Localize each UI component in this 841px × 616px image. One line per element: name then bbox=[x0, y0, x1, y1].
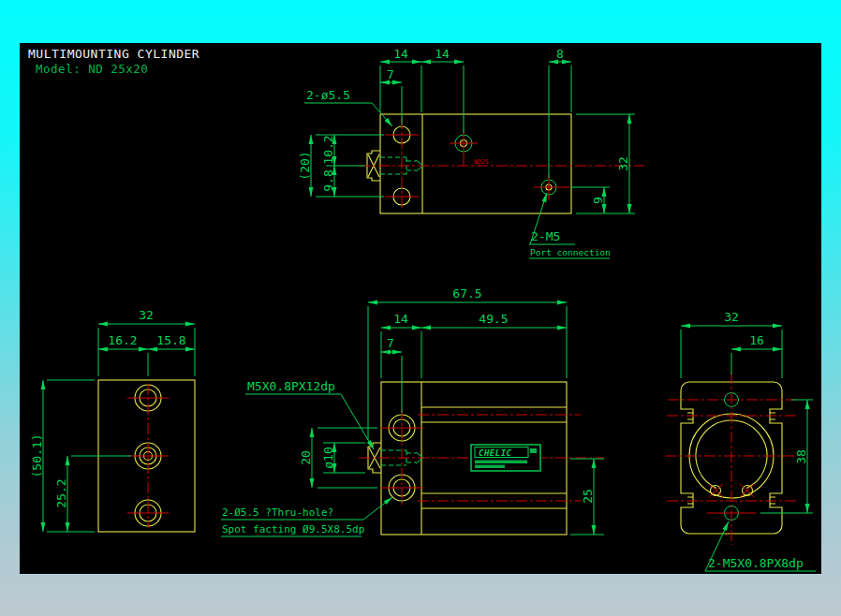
dim-front-20: 20 bbox=[299, 450, 313, 465]
nameplate-brand: CHELIC bbox=[479, 448, 512, 458]
dim-top-9: 9 bbox=[591, 197, 605, 204]
dim-front-14: 14 bbox=[393, 312, 408, 326]
dim-front-7: 7 bbox=[387, 336, 394, 350]
dim-front-49-5: 49.5 bbox=[479, 312, 508, 326]
dim-top-10-2: 10.2 bbox=[321, 135, 335, 164]
nameplate-text-row bbox=[475, 461, 527, 464]
dim-right-16: 16 bbox=[749, 333, 764, 347]
dim-top-7: 7 bbox=[387, 67, 394, 81]
label-port-sub: Port connection bbox=[530, 247, 611, 257]
label-mounting-holes: 2-ø5.5 bbox=[306, 88, 350, 102]
dim-front-25: 25 bbox=[581, 489, 595, 504]
nameplate: CHELIC bbox=[471, 445, 540, 471]
label-thru-hole: 2-Ø5.5 ?Thru-hole? bbox=[222, 506, 333, 519]
dim-right-38: 38 bbox=[794, 449, 808, 464]
dim-top-9-8: 9.8 bbox=[321, 169, 335, 191]
axis-model-note: ND25 bbox=[474, 158, 489, 166]
dim-front-dia10: ø10 bbox=[321, 447, 335, 468]
dim-top-8: 8 bbox=[556, 47, 564, 61]
dim-front-67-5: 67.5 bbox=[452, 286, 481, 301]
dim-left-32: 32 bbox=[139, 308, 154, 322]
drawing-model: Model: ND 25x20 bbox=[36, 62, 148, 76]
label-thread-spec: M5X0.8PX12dp bbox=[247, 379, 335, 393]
dim-top-20-ref: (20) bbox=[298, 151, 312, 180]
dim-left-15-8: 15.8 bbox=[156, 333, 185, 347]
nameplate-text-row bbox=[475, 465, 505, 469]
label-tap-spec: 2-M5X0.8PX8dp bbox=[708, 556, 804, 570]
nameplate-mark bbox=[530, 448, 537, 453]
dim-top-14-right: 14 bbox=[435, 47, 450, 61]
dim-top-14-left: 14 bbox=[393, 47, 408, 61]
dim-top-32: 32 bbox=[616, 156, 630, 171]
label-port: 2-M5 bbox=[531, 229, 560, 243]
dim-left-50-1: (50.1) bbox=[30, 434, 44, 478]
dim-left-16-2: 16.2 bbox=[108, 333, 137, 347]
dim-right-32: 32 bbox=[724, 310, 739, 324]
cad-plot: MULTIMOUNTING CYLINDER Model: ND 25x20 bbox=[0, 0, 841, 616]
dim-left-25-2: 25.2 bbox=[54, 478, 68, 507]
drawing-title: MULTIMOUNTING CYLINDER bbox=[28, 47, 199, 61]
label-spot-facing: Spot facting Ø9.5X8.5dp bbox=[222, 523, 364, 535]
cad-viewport-background: MULTIMOUNTING CYLINDER Model: ND 25x20 bbox=[0, 0, 841, 616]
